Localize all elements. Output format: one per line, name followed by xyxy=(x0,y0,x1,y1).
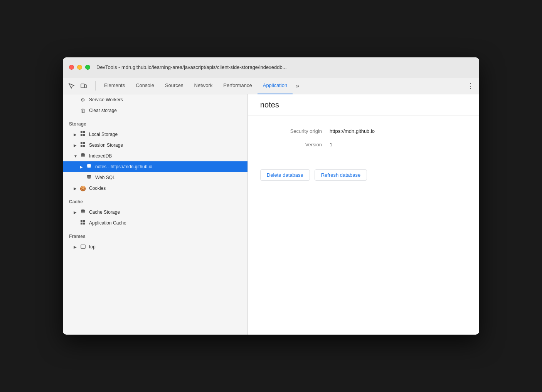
svg-rect-8 xyxy=(81,145,82,147)
sidebar-item-label: Clear storage xyxy=(89,108,117,113)
inspect-icon[interactable] xyxy=(66,80,77,91)
expanded-arrow-icon: ▼ xyxy=(74,154,78,158)
toolbar-icons xyxy=(66,80,89,91)
gear-icon: ⚙ xyxy=(80,97,86,103)
version-value: 1 xyxy=(330,142,332,147)
db-icon xyxy=(86,174,92,181)
panel-header: notes xyxy=(248,94,479,116)
tab-performance[interactable]: Performance xyxy=(218,77,257,94)
no-arrow-icon xyxy=(74,109,78,113)
sidebar-item-label: Service Workers xyxy=(89,97,123,102)
svg-rect-18 xyxy=(81,245,85,248)
sidebar-item-label: Web SQL xyxy=(95,175,115,180)
close-button[interactable] xyxy=(69,65,74,70)
sidebar-item-label: Application Cache xyxy=(89,220,126,226)
svg-rect-3 xyxy=(83,131,85,133)
panel-title: notes xyxy=(260,101,467,109)
tab-console[interactable]: Console xyxy=(130,77,160,94)
collapsed-arrow-icon: ▶ xyxy=(74,132,78,137)
no-arrow-icon xyxy=(80,176,84,180)
collapsed-arrow-icon: ▶ xyxy=(74,210,78,214)
sidebar-item-service-workers[interactable]: ⚙ Service Workers xyxy=(63,94,247,105)
sidebar-item-label: Local Storage xyxy=(89,132,118,137)
sidebar-item-cache-storage[interactable]: ▶ Cache Storage xyxy=(63,207,247,218)
device-icon[interactable] xyxy=(78,80,89,91)
svg-rect-7 xyxy=(83,142,85,144)
panel-divider xyxy=(260,160,467,160)
svg-rect-17 xyxy=(83,223,85,224)
sidebar-item-label: notes - https://mdn.github.io xyxy=(95,164,152,169)
delete-database-button[interactable]: Delete database xyxy=(260,169,310,181)
sidebar-item-notes-db[interactable]: ▶ notes - https://mdn.github.io xyxy=(63,161,247,172)
frame-icon xyxy=(80,244,86,250)
info-row-version: Version 1 xyxy=(260,142,467,147)
info-row-security-origin: Security origin https://mdn.github.io xyxy=(260,128,467,134)
refresh-database-button[interactable]: Refresh database xyxy=(315,169,367,181)
sidebar-item-label: Cookies xyxy=(89,186,106,191)
svg-rect-15 xyxy=(83,220,85,222)
svg-rect-2 xyxy=(81,131,82,133)
tab-elements[interactable]: Elements xyxy=(99,77,130,94)
sidebar-item-label: Cache Storage xyxy=(89,209,120,215)
collapsed-arrow-icon: ▶ xyxy=(80,165,84,169)
main-content: ⚙ Service Workers 🗑 Clear storage Storag… xyxy=(63,94,479,335)
db-icon xyxy=(80,209,86,216)
sidebar-item-indexeddb[interactable]: ▼ IndexedDB xyxy=(63,151,247,161)
sidebar: ⚙ Service Workers 🗑 Clear storage Storag… xyxy=(63,94,248,335)
sidebar-item-label: IndexedDB xyxy=(89,153,112,159)
collapsed-arrow-icon: ▶ xyxy=(74,186,78,191)
panel-body: Security origin https://mdn.github.io Ve… xyxy=(248,116,479,335)
no-arrow-icon xyxy=(74,221,78,225)
panel: notes Security origin https://mdn.github… xyxy=(248,94,479,335)
grid-icon xyxy=(80,220,86,226)
sidebar-item-clear-storage[interactable]: 🗑 Clear storage xyxy=(63,105,247,116)
toolbar-end: ⋮ xyxy=(459,80,476,91)
storage-section-label: Storage xyxy=(63,116,247,129)
cookie-icon: 🍪 xyxy=(80,186,86,191)
more-tabs-button[interactable]: » xyxy=(293,77,302,94)
grid-icon xyxy=(80,142,86,148)
collapsed-arrow-icon: ▶ xyxy=(74,245,78,249)
tab-sources[interactable]: Sources xyxy=(160,77,189,94)
tab-network[interactable]: Network xyxy=(189,77,218,94)
sidebar-item-app-cache[interactable]: Application Cache xyxy=(63,218,247,228)
version-label: Version xyxy=(260,142,322,147)
trash-icon: 🗑 xyxy=(80,108,86,114)
frames-section-label: Frames xyxy=(63,228,247,241)
no-arrow-icon xyxy=(74,98,78,102)
svg-rect-16 xyxy=(81,223,82,224)
svg-rect-5 xyxy=(83,134,85,136)
titlebar: DevTools - mdn.github.io/learning-area/j… xyxy=(63,57,479,77)
sidebar-item-top-frame[interactable]: ▶ top xyxy=(63,241,247,252)
sidebar-item-web-sql[interactable]: Web SQL xyxy=(63,172,247,183)
fullscreen-button[interactable] xyxy=(85,65,90,70)
sidebar-item-local-storage[interactable]: ▶ Local Storage xyxy=(63,129,247,140)
security-origin-label: Security origin xyxy=(260,128,322,134)
tab-bar: Elements Console Sources Network Perform… xyxy=(99,77,459,94)
toolbar: Elements Console Sources Network Perform… xyxy=(63,77,479,94)
sidebar-item-label: Session Storage xyxy=(89,142,123,148)
svg-rect-1 xyxy=(85,85,86,88)
svg-rect-9 xyxy=(83,145,85,147)
grid-icon xyxy=(80,131,86,137)
toolbar-divider xyxy=(95,81,96,90)
sidebar-item-cookies[interactable]: ▶ 🍪 Cookies xyxy=(63,183,247,194)
devtools-window: DevTools - mdn.github.io/learning-area/j… xyxy=(63,57,479,335)
cache-section-label: Cache xyxy=(63,194,247,207)
svg-rect-0 xyxy=(81,84,84,88)
info-table: Security origin https://mdn.github.io Ve… xyxy=(260,128,467,147)
action-buttons: Delete database Refresh database xyxy=(260,169,467,181)
window-title: DevTools - mdn.github.io/learning-area/j… xyxy=(96,64,287,70)
sidebar-item-session-storage[interactable]: ▶ Session Storage xyxy=(63,140,247,151)
svg-rect-14 xyxy=(81,220,82,222)
svg-rect-6 xyxy=(81,142,82,144)
svg-rect-4 xyxy=(81,134,82,136)
traffic-lights xyxy=(69,65,90,70)
collapsed-arrow-icon: ▶ xyxy=(74,143,78,147)
minimize-button[interactable] xyxy=(77,65,82,70)
db-icon xyxy=(80,153,86,159)
tab-application[interactable]: Application xyxy=(258,77,293,94)
security-origin-value: https://mdn.github.io xyxy=(330,128,375,134)
menu-button[interactable]: ⋮ xyxy=(465,80,476,91)
sidebar-item-label: top xyxy=(89,244,96,250)
